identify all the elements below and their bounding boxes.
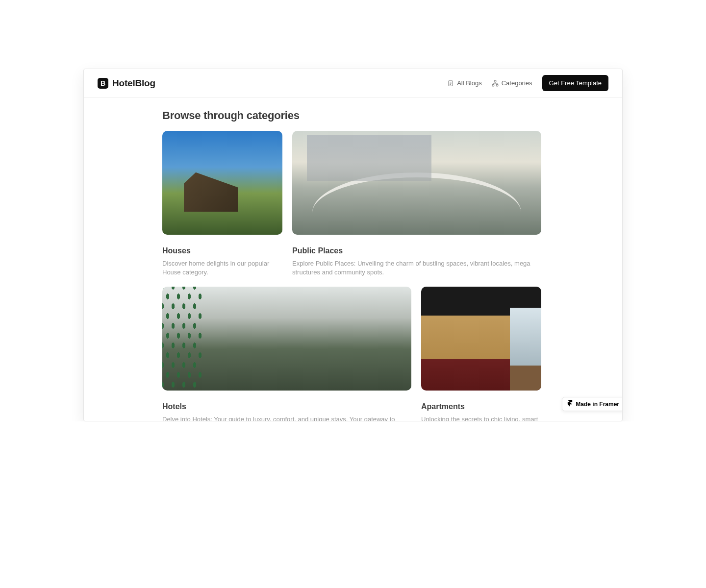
category-image-apartments — [421, 287, 541, 391]
category-title: Houses — [162, 246, 282, 255]
svg-rect-6 — [496, 84, 498, 86]
category-title: Apartments — [421, 402, 541, 411]
brand-name: HotelBlog — [112, 78, 155, 89]
framer-badge-label: Made in Framer — [576, 401, 619, 408]
category-desc: Unlocking the secrets to chic living, sm… — [421, 415, 541, 421]
get-template-button[interactable]: Get Free Template — [542, 75, 608, 91]
category-desc: Explore Public Places: Unveiling the cha… — [292, 259, 541, 277]
nav-all-blogs-label: All Blogs — [457, 79, 482, 87]
document-icon — [447, 80, 454, 87]
category-desc: Discover home delights in our popular Ho… — [162, 259, 282, 277]
category-desc: Delve into Hotels: Your guide to luxury,… — [162, 415, 411, 421]
category-image-public-places — [292, 131, 541, 235]
category-card-public-places[interactable]: Public Places Explore Public Places: Unv… — [292, 131, 541, 277]
page-title: Browse through categories — [162, 109, 544, 122]
category-card-apartments[interactable]: Apartments Unlocking the secrets to chic… — [421, 287, 541, 421]
sitemap-icon — [492, 80, 499, 87]
made-in-framer-badge[interactable]: Made in Framer — [562, 397, 623, 411]
nav-categories[interactable]: Categories — [492, 79, 532, 87]
svg-rect-5 — [492, 84, 494, 86]
brand-logo-letter: B — [101, 79, 105, 87]
framer-icon — [567, 400, 573, 408]
category-card-houses[interactable]: Houses Discover home delights in our pop… — [162, 131, 282, 277]
category-image-hotels — [162, 287, 411, 391]
category-image-houses — [162, 131, 282, 235]
brand-logo-icon: B — [98, 78, 108, 89]
app-window: B HotelBlog All Blogs — [83, 69, 623, 421]
top-bar: B HotelBlog All Blogs — [84, 69, 622, 98]
category-title: Hotels — [162, 402, 411, 411]
nav-all-blogs[interactable]: All Blogs — [447, 79, 482, 87]
content-area: Browse through categories Houses Discove… — [84, 98, 622, 421]
nav-right: All Blogs Categories Get Free Template — [447, 75, 608, 91]
nav-categories-label: Categories — [502, 79, 532, 87]
category-grid: Houses Discover home delights in our pop… — [162, 131, 544, 421]
svg-rect-4 — [494, 80, 496, 82]
brand[interactable]: B HotelBlog — [98, 78, 155, 89]
category-card-hotels[interactable]: Hotels Delve into Hotels: Your guide to … — [162, 287, 411, 421]
category-title: Public Places — [292, 246, 541, 255]
